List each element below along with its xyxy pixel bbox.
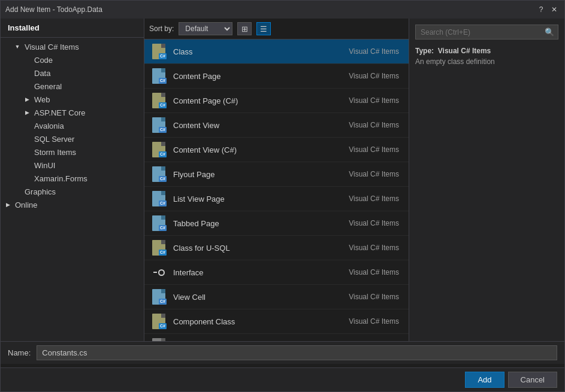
tree-item[interactable]: Storm Items <box>1 145 144 159</box>
expand-icon <box>22 68 32 78</box>
tree-item-label: General <box>32 82 62 91</box>
installed-header: Installed <box>1 19 144 38</box>
item-icon: C# <box>149 214 168 233</box>
tree-item-label: Online <box>13 200 38 209</box>
sort-label: Sort by: <box>149 25 174 33</box>
item-name: Content View (C#) <box>173 145 349 154</box>
tree-item[interactable]: Avalonia <box>1 119 144 132</box>
item-icon: C# <box>149 238 168 257</box>
list-item[interactable]: C# Class for U-SQL Visual C# Items <box>144 236 409 260</box>
item-icon: C# <box>149 116 168 135</box>
help-button[interactable]: ? <box>536 4 546 15</box>
tree-item[interactable]: ▶ASP.NET Core <box>1 106 144 119</box>
expand-icon <box>13 187 22 196</box>
bottom-area: Name: Add Cancel <box>1 341 564 391</box>
item-icon: C# <box>149 287 168 306</box>
item-icon: C# <box>149 42 168 61</box>
tree-item[interactable]: Xamarin.Forms <box>1 172 144 185</box>
grid-view-button[interactable]: ⊞ <box>237 22 252 35</box>
center-panel: Sort by: Default Name Type ⊞ ☰ C# Class … <box>144 19 409 341</box>
item-name: List View Page <box>173 195 349 203</box>
item-category: Visual C# Items <box>349 268 404 276</box>
list-item[interactable]: C# Tabbed Page Visual C# Items <box>144 211 409 236</box>
tree-item-label: Data <box>32 69 50 78</box>
list-view-button[interactable]: ☰ <box>256 22 271 35</box>
item-icon: C# <box>149 312 168 331</box>
item-icon: C# <box>149 91 168 110</box>
tree-item[interactable]: Code <box>1 53 144 66</box>
tree-item-label: SQL Server <box>32 135 74 144</box>
expand-icon <box>22 134 32 144</box>
title-bar-buttons: ? ✕ <box>536 4 560 15</box>
item-name: Content View <box>173 121 349 130</box>
item-category: Visual C# Items <box>349 317 404 326</box>
item-name: Interface <box>173 268 349 277</box>
item-category: Visual C# Items <box>349 170 404 178</box>
tree-item[interactable]: ▼Visual C# Items <box>1 40 144 53</box>
tree-item[interactable]: SQL Server <box>1 132 144 145</box>
item-category: Visual C# Items <box>349 121 404 129</box>
title-bar: Add New Item - TodoApp.Data ? ✕ <box>1 1 564 19</box>
expand-icon <box>22 81 32 91</box>
expand-icon <box>22 121 32 130</box>
expand-icon <box>22 160 32 170</box>
tree-item-label: Storm Items <box>32 148 76 157</box>
item-category: Visual C# Items <box>349 96 404 105</box>
item-category: Visual C# Items <box>349 145 404 154</box>
tree-item-label: Code <box>32 56 53 65</box>
list-item[interactable]: C# Content Page (C#) Visual C# Items <box>144 89 409 113</box>
list-item[interactable]: C# Content Page Visual C# Items <box>144 64 409 89</box>
item-category: Visual C# Items <box>349 47 404 56</box>
detail-description: An empty class definition <box>415 57 558 66</box>
list-item[interactable]: Interface Visual C# Items <box>144 260 409 285</box>
type-value: Visual C# Items <box>438 47 491 55</box>
center-toolbar: Sort by: Default Name Type ⊞ ☰ <box>144 19 409 39</box>
item-list: C# Class Visual C# Items C# Content Page… <box>144 39 409 341</box>
tree-item-label: Visual C# Items <box>22 42 79 51</box>
item-category: Visual C# Items <box>349 219 404 227</box>
item-icon: C# <box>149 66 168 86</box>
item-icon: C# <box>149 189 168 208</box>
detail-type-label: Type: Visual C# Items <box>415 47 558 55</box>
tree-item[interactable]: ▶Online <box>1 198 144 211</box>
sort-dropdown[interactable]: Default Name Type <box>179 22 232 35</box>
tree-item[interactable]: WinUI <box>1 159 144 172</box>
add-button[interactable]: Add <box>465 372 504 388</box>
item-category: Visual C# Items <box>349 195 404 203</box>
search-input[interactable] <box>416 26 541 39</box>
item-category: Visual C# Items <box>349 244 404 252</box>
tree-item[interactable]: Graphics <box>1 185 144 198</box>
search-icon[interactable]: 🔍 <box>541 25 558 39</box>
close-button[interactable]: ✕ <box>549 4 560 15</box>
tree-item[interactable]: Data <box>1 66 144 80</box>
expand-icon: ▼ <box>13 42 22 51</box>
expand-icon <box>22 174 32 183</box>
item-icon: ⚙ <box>149 336 168 341</box>
list-item[interactable]: C# Content View Visual C# Items <box>144 113 409 138</box>
list-item[interactable]: C# List View Page Visual C# Items <box>144 187 409 211</box>
type-prefix: Type: <box>415 47 434 55</box>
item-name: Class <box>173 47 349 56</box>
list-item[interactable]: C# Component Class Visual C# Items <box>144 309 409 334</box>
list-item[interactable]: C# Flyout Page Visual C# Items <box>144 162 409 187</box>
bottom-bar: Name: <box>1 341 564 364</box>
list-item[interactable]: C# Content View (C#) Visual C# Items <box>144 138 409 162</box>
item-icon: C# <box>149 140 168 159</box>
list-item[interactable]: C# View Cell Visual C# Items <box>144 285 409 309</box>
window-title: Add New Item - TodoApp.Data <box>5 5 102 14</box>
expand-icon: ▶ <box>22 95 32 104</box>
item-name: Component Class <box>173 317 349 326</box>
filename-input[interactable] <box>37 345 557 360</box>
cancel-button[interactable]: Cancel <box>508 372 557 388</box>
left-panel: Installed ▼Visual C# ItemsCodeDataGenera… <box>1 19 144 341</box>
item-name: Content Page <box>173 72 349 81</box>
item-name: View Cell <box>173 293 349 302</box>
item-name: Flyout Page <box>173 170 349 179</box>
list-item[interactable]: ⚙ Application Configuration File Visual … <box>144 334 409 341</box>
list-item[interactable]: C# Class Visual C# Items <box>144 39 409 64</box>
item-icon: C# <box>149 165 168 184</box>
tree-item[interactable]: ▶Web <box>1 93 144 106</box>
tree-item-label: Web <box>32 95 50 104</box>
expand-icon: ▶ <box>3 200 13 209</box>
tree-item[interactable]: General <box>1 80 144 93</box>
